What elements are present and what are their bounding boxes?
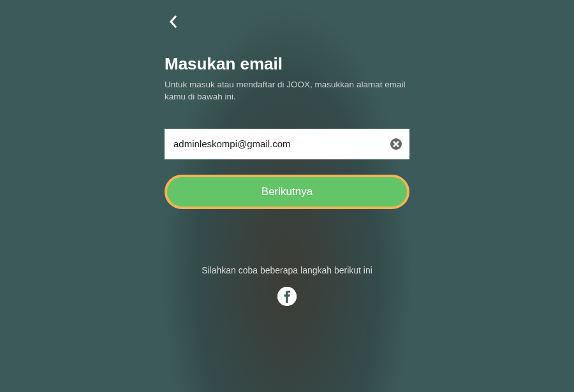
alternative-login-section: Silahkan coba beberapa langkah berikut i… [165, 265, 409, 309]
email-input-wrapper [165, 129, 409, 159]
login-panel: Masukan email Untuk masuk atau mendaftar… [159, 0, 415, 392]
page-title: Masukan email [165, 54, 409, 74]
chevron-left-icon [168, 14, 179, 29]
facebook-icon [277, 287, 297, 306]
back-button[interactable] [165, 13, 182, 31]
content-area: Masukan email Untuk masuk atau mendaftar… [159, 54, 415, 309]
clear-input-button[interactable] [390, 138, 402, 150]
close-icon [393, 141, 399, 147]
page-subtitle: Untuk masuk atau mendaftar di JOOX, masu… [165, 79, 409, 103]
alternative-text: Silahkan coba beberapa langkah berikut i… [165, 265, 409, 275]
facebook-login-button[interactable] [277, 287, 297, 306]
next-button[interactable]: Berikutnya [165, 175, 409, 209]
email-field[interactable] [165, 129, 409, 159]
